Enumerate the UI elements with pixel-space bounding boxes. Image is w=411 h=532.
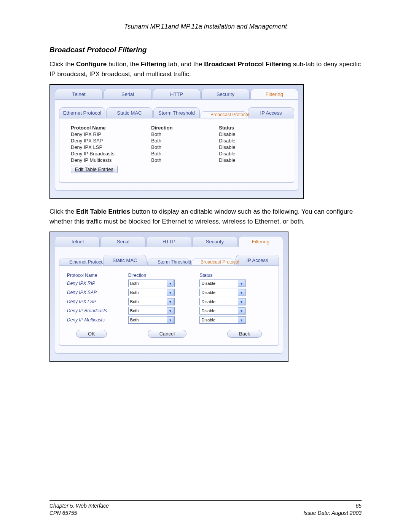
cell-dir: Both — [151, 138, 219, 144]
protocol-table-2: Protocol Name Direction Status Deny IPX … — [67, 272, 271, 324]
tab-telnet[interactable]: Telnet — [55, 89, 103, 100]
col-status: Status — [199, 273, 271, 278]
direction-select[interactable]: Both▾ — [128, 289, 175, 296]
chevron-down-icon: ▾ — [238, 289, 245, 296]
paragraph-2: Click the Edit Table Entries button to d… — [49, 207, 362, 226]
cell-name: Deny IP Multicasts — [67, 317, 128, 323]
table-row: Deny IPX LSP Both▾ Disable▾ — [67, 297, 271, 306]
chevron-down-icon: ▾ — [167, 280, 174, 287]
table-panel-1: Protocol Name Direction Status Deny IPX … — [59, 118, 294, 183]
tab-serial[interactable]: Serial — [100, 236, 145, 247]
table-row: Deny IPX LSPBothDisable — [71, 144, 282, 150]
status-select[interactable]: Disable▾ — [199, 289, 246, 296]
screenshot-panel-1: Telnet Serial HTTP Security Filtering Et… — [49, 84, 304, 199]
doc-header: Tsunami MP.11and MP.11a Installation and… — [49, 23, 362, 30]
main-tab-row-2: Telnet Serial HTTP Security Filtering — [55, 236, 283, 247]
col-direction: Direction — [151, 125, 219, 131]
direction-select[interactable]: Both▾ — [128, 280, 175, 287]
p1-c: button, the — [107, 61, 141, 68]
tab-security[interactable]: Security — [192, 236, 237, 247]
p1-b: Configure — [76, 61, 107, 68]
chevron-down-icon: ▾ — [238, 280, 245, 287]
status-value: Disable — [200, 308, 237, 313]
direction-value: Both — [129, 290, 166, 295]
direction-select[interactable]: Both▾ — [128, 307, 175, 315]
tab-filtering[interactable]: Filtering — [250, 89, 298, 100]
sub-tab-row-2: Ethernet Protocol Static MAC Storm Thres… — [59, 255, 279, 266]
subtab-broadcast-protocol[interactable]: Broadcast Protocol — [201, 111, 247, 118]
p2-b: Edit Table Entries — [76, 208, 130, 215]
tab-serial[interactable]: Serial — [104, 89, 151, 100]
p1-f: Broadcast Protocol Filtering — [204, 61, 291, 68]
status-select[interactable]: Disable▾ — [199, 280, 246, 287]
cell-dir: Both — [151, 131, 219, 137]
button-row: OK Cancel Back — [67, 330, 271, 338]
cell-name: Deny IP Broadcasts — [71, 151, 151, 157]
screenshot-panel-2: Telnet Serial HTTP Security Filtering Et… — [49, 232, 288, 362]
main-tab-row-1: Telnet Serial HTTP Security Filtering — [55, 89, 298, 100]
subtab-ip-access[interactable]: IP Access — [248, 107, 294, 118]
footer-issue-date: Issue Date: August 2003 — [303, 510, 362, 517]
footer-chapter: Chapter 5. Web Interface — [49, 502, 109, 510]
cell-name: Deny IP Broadcasts — [67, 308, 128, 313]
direction-select[interactable]: Both▾ — [128, 316, 175, 324]
col-protocol-name: Protocol Name — [67, 273, 128, 278]
subtab-ethernet-protocol[interactable]: Ethernet Protocol — [59, 107, 105, 118]
subtab-ip-access[interactable]: IP Access — [236, 255, 279, 266]
subpanel-1: Ethernet Protocol Static MAC Storm Thres… — [55, 100, 298, 191]
chevron-down-icon: ▾ — [238, 316, 245, 323]
tab-security[interactable]: Security — [201, 89, 249, 100]
subtab-broadcast-protocol[interactable]: Broadcast Protocol — [191, 259, 235, 266]
status-select[interactable]: Disable▾ — [199, 316, 246, 324]
table-row: Deny IPX SAPBothDisable — [71, 137, 282, 144]
cell-status: Disable — [219, 157, 282, 163]
cell-name: Deny IPX SAP — [71, 138, 151, 144]
cell-status: Disable — [219, 131, 282, 137]
status-value: Disable — [200, 318, 237, 322]
subtab-static-mac[interactable]: Static MAC — [103, 255, 147, 266]
cell-name: Deny IPX LSP — [67, 299, 128, 304]
subtab-storm-threshold[interactable]: Storm Threshold — [147, 259, 191, 266]
protocol-table-1: Protocol Name Direction Status Deny IPX … — [71, 125, 282, 163]
p1-a: Click the — [49, 61, 76, 68]
subpanel-2: Ethernet Protocol Static MAC Storm Thres… — [55, 247, 283, 354]
table-row: Deny IP Multicasts Both▾ Disable▾ — [67, 315, 271, 324]
footer-page-number: 65 — [303, 502, 362, 510]
subtab-bp-label: Broadcast Protocol — [201, 260, 226, 264]
status-value: Disable — [200, 290, 237, 295]
cell-dir: Both — [151, 157, 219, 163]
back-button[interactable]: Back — [227, 330, 262, 338]
tab-http[interactable]: HTTP — [147, 236, 191, 247]
tab-http[interactable]: HTTP — [153, 89, 201, 100]
sub-tab-row-1: Ethernet Protocol Static MAC Storm Thres… — [59, 107, 294, 118]
col-protocol-name: Protocol Name — [71, 125, 151, 131]
tab-filtering[interactable]: Filtering — [238, 236, 283, 247]
page-footer: Chapter 5. Web Interface CPN 65755 65 Is… — [49, 500, 362, 517]
direction-value: Both — [129, 318, 166, 322]
subtab-ep-label: Ethernet Protocol — [69, 260, 92, 264]
col-status: Status — [219, 125, 282, 131]
chevron-down-icon: ▾ — [167, 307, 174, 314]
cancel-button[interactable]: Cancel — [148, 330, 186, 338]
direction-select[interactable]: Both▾ — [128, 298, 175, 305]
table-row: Deny IP BroadcastsBothDisable — [71, 150, 282, 157]
status-select[interactable]: Disable▾ — [199, 298, 246, 305]
subtab-static-mac[interactable]: Static MAC — [106, 107, 153, 118]
status-select[interactable]: Disable▾ — [199, 307, 246, 315]
chevron-down-icon: ▾ — [238, 307, 245, 314]
subtab-storm-threshold[interactable]: Storm Threshold — [153, 107, 200, 118]
cell-status: Disable — [219, 151, 282, 157]
chevron-down-icon: ▾ — [167, 298, 174, 305]
table-row: Deny IPX SAP Both▾ Disable▾ — [67, 288, 271, 297]
subtab-st-label: Storm Threshold — [158, 260, 180, 264]
cell-status: Disable — [219, 138, 282, 144]
tab-telnet[interactable]: Telnet — [55, 236, 100, 247]
edit-table-entries-button[interactable]: Edit Table Entries — [71, 166, 118, 173]
section-title: Broadcast Protocol Filtering — [49, 46, 362, 54]
footer-cpn: CPN 65755 — [49, 510, 109, 517]
cell-status: Disable — [219, 144, 282, 150]
cell-name: Deny IPX RIP — [67, 281, 128, 286]
subtab-ethernet-protocol[interactable]: Ethernet Protocol — [59, 259, 102, 266]
cell-name: Deny IP Multicasts — [71, 157, 151, 163]
ok-button[interactable]: OK — [76, 330, 107, 338]
